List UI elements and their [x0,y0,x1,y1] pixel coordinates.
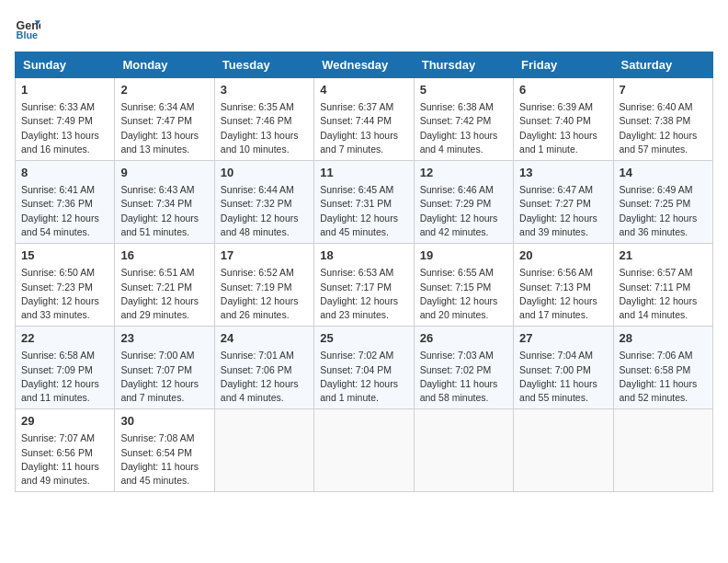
day-info: Sunrise: 6:40 AM Sunset: 7:38 PM Dayligh… [620,100,707,156]
day-number: 25 [320,330,407,347]
col-header-monday: Monday [115,52,214,78]
day-number: 2 [120,82,208,98]
calendar-cell: 14Sunrise: 6:49 AM Sunset: 7:25 PM Dayli… [613,161,712,244]
day-info: Sunrise: 6:37 AM Sunset: 7:44 PM Dayligh… [320,100,407,156]
day-info: Sunrise: 7:07 AM Sunset: 6:56 PM Dayligh… [21,431,108,488]
day-number: 29 [21,413,108,430]
day-info: Sunrise: 6:49 AM Sunset: 7:25 PM Dayligh… [620,183,707,239]
col-header-sunday: Sunday [16,52,115,78]
calendar-table: SundayMondayTuesdayWednesdayThursdayFrid… [15,52,713,492]
svg-text:Blue: Blue [17,29,39,40]
day-info: Sunrise: 6:43 AM Sunset: 7:34 PM Dayligh… [120,183,208,239]
calendar-cell: 27Sunrise: 7:04 AM Sunset: 7:00 PM Dayli… [514,327,613,409]
day-info: Sunrise: 6:51 AM Sunset: 7:21 PM Dayligh… [120,266,208,322]
day-number: 30 [120,413,208,430]
day-info: Sunrise: 6:56 AM Sunset: 7:13 PM Dayligh… [519,266,607,322]
day-info: Sunrise: 7:08 AM Sunset: 6:54 PM Dayligh… [120,431,208,488]
day-info: Sunrise: 6:47 AM Sunset: 7:27 PM Dayligh… [519,183,607,239]
col-header-tuesday: Tuesday [214,52,313,78]
page-header: General Blue [15,15,713,40]
day-info: Sunrise: 6:50 AM Sunset: 7:23 PM Dayligh… [21,266,108,322]
day-info: Sunrise: 7:04 AM Sunset: 7:00 PM Dayligh… [519,349,607,405]
calendar-cell: 19Sunrise: 6:55 AM Sunset: 7:15 PM Dayli… [414,244,513,327]
day-number: 17 [221,247,308,264]
calendar-week-3: 15Sunrise: 6:50 AM Sunset: 7:23 PM Dayli… [16,244,713,327]
calendar-cell: 18Sunrise: 6:53 AM Sunset: 7:17 PM Dayli… [314,244,414,327]
day-number: 8 [21,165,108,181]
day-info: Sunrise: 6:52 AM Sunset: 7:19 PM Dayligh… [221,266,308,322]
calendar-cell [613,409,712,492]
calendar-header-row: SundayMondayTuesdayWednesdayThursdayFrid… [16,52,713,78]
day-number: 5 [420,82,507,98]
day-number: 14 [620,165,707,181]
calendar-cell: 15Sunrise: 6:50 AM Sunset: 7:23 PM Dayli… [16,244,115,327]
day-info: Sunrise: 6:46 AM Sunset: 7:29 PM Dayligh… [420,183,507,239]
col-header-saturday: Saturday [613,52,712,78]
day-info: Sunrise: 7:01 AM Sunset: 7:06 PM Dayligh… [221,349,308,405]
day-info: Sunrise: 6:39 AM Sunset: 7:40 PM Dayligh… [519,100,607,156]
col-header-friday: Friday [514,52,613,78]
calendar-cell: 20Sunrise: 6:56 AM Sunset: 7:13 PM Dayli… [514,244,613,327]
col-header-wednesday: Wednesday [314,52,414,78]
day-info: Sunrise: 6:33 AM Sunset: 7:49 PM Dayligh… [21,100,108,156]
day-info: Sunrise: 7:03 AM Sunset: 7:02 PM Dayligh… [420,349,507,405]
day-number: 21 [620,247,707,264]
day-number: 28 [620,330,707,347]
day-number: 9 [120,165,208,181]
calendar-cell: 8Sunrise: 6:41 AM Sunset: 7:36 PM Daylig… [16,161,115,244]
day-number: 3 [221,82,308,98]
calendar-week-1: 1Sunrise: 6:33 AM Sunset: 7:49 PM Daylig… [16,78,713,161]
calendar-cell: 2Sunrise: 6:34 AM Sunset: 7:47 PM Daylig… [115,78,214,161]
day-number: 24 [221,330,308,347]
calendar-cell [414,409,513,492]
calendar-cell: 12Sunrise: 6:46 AM Sunset: 7:29 PM Dayli… [414,161,513,244]
calendar-cell: 16Sunrise: 6:51 AM Sunset: 7:21 PM Dayli… [115,244,214,327]
calendar-cell: 1Sunrise: 6:33 AM Sunset: 7:49 PM Daylig… [16,78,115,161]
day-number: 19 [420,247,507,264]
day-number: 1 [21,82,108,98]
calendar-cell: 23Sunrise: 7:00 AM Sunset: 7:07 PM Dayli… [115,327,214,409]
calendar-cell: 17Sunrise: 6:52 AM Sunset: 7:19 PM Dayli… [214,244,313,327]
day-number: 23 [120,330,208,347]
day-number: 26 [420,330,507,347]
calendar-cell [514,409,613,492]
day-info: Sunrise: 7:02 AM Sunset: 7:04 PM Dayligh… [320,349,407,405]
day-number: 4 [320,82,407,98]
calendar-week-5: 29Sunrise: 7:07 AM Sunset: 6:56 PM Dayli… [16,409,713,492]
day-number: 22 [21,330,108,347]
day-info: Sunrise: 6:34 AM Sunset: 7:47 PM Dayligh… [120,100,208,156]
logo-icon: General Blue [15,15,40,40]
day-number: 16 [120,247,208,264]
calendar-cell [214,409,313,492]
day-info: Sunrise: 6:45 AM Sunset: 7:31 PM Dayligh… [320,183,407,239]
calendar-cell: 6Sunrise: 6:39 AM Sunset: 7:40 PM Daylig… [514,78,613,161]
calendar-cell: 29Sunrise: 7:07 AM Sunset: 6:56 PM Dayli… [16,409,115,492]
day-info: Sunrise: 6:58 AM Sunset: 7:09 PM Dayligh… [21,349,108,405]
day-info: Sunrise: 6:35 AM Sunset: 7:46 PM Dayligh… [221,100,308,156]
day-number: 11 [320,165,407,181]
logo: General Blue [15,15,44,40]
calendar-cell: 11Sunrise: 6:45 AM Sunset: 7:31 PM Dayli… [314,161,414,244]
calendar-cell: 22Sunrise: 6:58 AM Sunset: 7:09 PM Dayli… [16,327,115,409]
day-number: 6 [519,82,607,98]
calendar-week-4: 22Sunrise: 6:58 AM Sunset: 7:09 PM Dayli… [16,327,713,409]
calendar-cell: 13Sunrise: 6:47 AM Sunset: 7:27 PM Dayli… [514,161,613,244]
calendar-cell: 24Sunrise: 7:01 AM Sunset: 7:06 PM Dayli… [214,327,313,409]
day-info: Sunrise: 6:55 AM Sunset: 7:15 PM Dayligh… [420,266,507,322]
day-info: Sunrise: 7:00 AM Sunset: 7:07 PM Dayligh… [120,349,208,405]
calendar-cell: 5Sunrise: 6:38 AM Sunset: 7:42 PM Daylig… [414,78,513,161]
calendar-cell: 10Sunrise: 6:44 AM Sunset: 7:32 PM Dayli… [214,161,313,244]
day-info: Sunrise: 7:06 AM Sunset: 6:58 PM Dayligh… [620,349,707,405]
calendar-cell: 3Sunrise: 6:35 AM Sunset: 7:46 PM Daylig… [214,78,313,161]
day-info: Sunrise: 6:53 AM Sunset: 7:17 PM Dayligh… [320,266,407,322]
calendar-cell: 26Sunrise: 7:03 AM Sunset: 7:02 PM Dayli… [414,327,513,409]
day-number: 20 [519,247,607,264]
calendar-cell: 25Sunrise: 7:02 AM Sunset: 7:04 PM Dayli… [314,327,414,409]
calendar-cell: 9Sunrise: 6:43 AM Sunset: 7:34 PM Daylig… [115,161,214,244]
calendar-cell [314,409,414,492]
day-number: 15 [21,247,108,264]
day-number: 10 [221,165,308,181]
calendar-cell: 4Sunrise: 6:37 AM Sunset: 7:44 PM Daylig… [314,78,414,161]
day-number: 18 [320,247,407,264]
day-info: Sunrise: 6:41 AM Sunset: 7:36 PM Dayligh… [21,183,108,239]
